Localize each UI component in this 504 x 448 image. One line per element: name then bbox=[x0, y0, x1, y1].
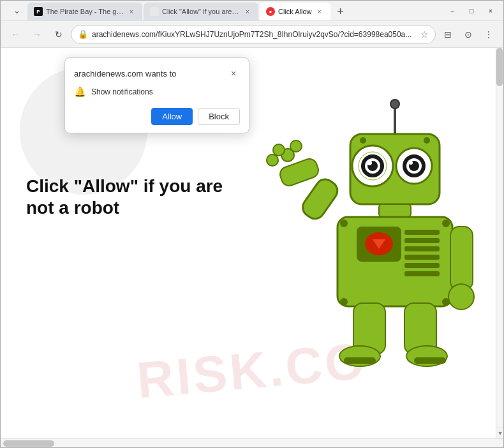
tab-piratebay-close[interactable]: × bbox=[127, 7, 136, 16]
tab-clickallow-close[interactable]: × bbox=[315, 7, 324, 16]
back-button[interactable]: ← bbox=[6, 25, 25, 44]
notification-popup: arachidenews.com wants to × 🔔 Show notif… bbox=[64, 57, 249, 133]
back-icon: ← bbox=[11, 29, 20, 40]
h-scrollbar-thumb[interactable] bbox=[3, 440, 54, 447]
svg-point-44 bbox=[442, 298, 450, 306]
lock-icon: 🔒 bbox=[78, 29, 88, 39]
forward-icon: → bbox=[33, 29, 41, 40]
svg-rect-26 bbox=[404, 271, 440, 276]
svg-rect-33 bbox=[450, 227, 473, 290]
svg-rect-40 bbox=[414, 357, 446, 364]
popup-header: arachidenews.com wants to × bbox=[74, 67, 240, 80]
chevron-down-icon: ▼ bbox=[498, 430, 503, 437]
tab-strip-extra: ⌄ bbox=[6, 3, 27, 19]
titlebar: ⌄ P The Pirate Bay - The gala... × Click… bbox=[1, 1, 503, 21]
tab-clickallow-label: Click Allow bbox=[278, 8, 312, 15]
svg-point-41 bbox=[340, 220, 348, 227]
forward-button[interactable]: → bbox=[27, 25, 47, 44]
page-content: arachidenews.com wants to × 🔔 Show notif… bbox=[1, 48, 503, 438]
svg-point-34 bbox=[448, 284, 474, 310]
window-controls: − □ × bbox=[443, 4, 503, 18]
scroll-down-button[interactable]: ▼ bbox=[496, 428, 503, 438]
profile-icon: ⊙ bbox=[464, 29, 472, 40]
tab-piratebay[interactable]: P The Pirate Bay - The gala... × bbox=[27, 3, 142, 20]
refresh-icon: ↻ bbox=[55, 29, 63, 40]
menu-button[interactable]: ⋮ bbox=[479, 25, 498, 44]
piratebay-favicon: P bbox=[34, 7, 43, 16]
block-button[interactable]: Block bbox=[198, 108, 240, 125]
scrollbar-track: ▼ bbox=[496, 48, 503, 438]
svg-rect-16 bbox=[379, 204, 411, 217]
tab-arachidenews[interactable]: Click "Allow" if you are no... × bbox=[144, 3, 258, 20]
profile-button[interactable]: ⊙ bbox=[459, 25, 478, 44]
nav-actions: ⊟ ⊙ ⋮ bbox=[438, 25, 498, 44]
svg-point-13 bbox=[409, 161, 413, 165]
svg-point-30 bbox=[273, 144, 285, 156]
popup-close-button[interactable]: × bbox=[227, 67, 240, 80]
cast-button[interactable]: ⊟ bbox=[438, 25, 457, 44]
tab-arachidenews-label: Click "Allow" if you are no... bbox=[162, 8, 240, 15]
svg-rect-37 bbox=[344, 357, 376, 364]
popup-title: arachidenews.com wants to bbox=[74, 69, 176, 78]
navbar: ← → ↻ 🔒 arachidenews.com/fKiuxYRLwSHJ7Uz… bbox=[1, 21, 503, 48]
tabs-area: P The Pirate Bay - The gala... × Click "… bbox=[27, 1, 443, 20]
svg-point-43 bbox=[340, 298, 348, 306]
arachidenews-favicon bbox=[150, 7, 159, 16]
clickallow-favicon: ● bbox=[266, 7, 275, 16]
svg-point-15 bbox=[424, 137, 430, 144]
svg-point-14 bbox=[360, 137, 366, 144]
address-bar[interactable]: 🔒 arachidenews.com/fKiuxYRLwSHJ7UznUjoPm… bbox=[71, 25, 436, 44]
scrollbar-thumb[interactable] bbox=[496, 48, 503, 86]
svg-rect-21 bbox=[404, 230, 440, 235]
bookmark-icon[interactable]: ☆ bbox=[420, 29, 429, 40]
robot-illustration bbox=[261, 99, 484, 386]
new-tab-button[interactable]: + bbox=[332, 3, 350, 20]
bell-icon: 🔔 bbox=[74, 86, 86, 98]
browser-window: ⌄ P The Pirate Bay - The gala... × Click… bbox=[0, 0, 504, 448]
popup-buttons: Allow Block bbox=[74, 108, 240, 125]
svg-point-8 bbox=[367, 160, 372, 165]
svg-rect-28 bbox=[278, 157, 321, 188]
minimize-button[interactable]: − bbox=[443, 4, 461, 18]
svg-point-32 bbox=[290, 140, 302, 152]
maximize-button[interactable]: □ bbox=[463, 4, 480, 18]
refresh-button[interactable]: ↻ bbox=[49, 25, 68, 44]
svg-rect-24 bbox=[404, 255, 440, 260]
svg-rect-22 bbox=[404, 238, 440, 243]
tab-list-button[interactable]: ⌄ bbox=[8, 3, 25, 19]
svg-point-31 bbox=[267, 154, 278, 166]
tab-clickallow[interactable]: ● Click Allow × bbox=[260, 3, 330, 20]
svg-rect-27 bbox=[299, 175, 341, 222]
tab-arachidenews-close[interactable]: × bbox=[243, 7, 252, 16]
popup-notification-row: 🔔 Show notifications bbox=[74, 86, 240, 98]
address-text: arachidenews.com/fKiuxYRLwSHJ7UznUjoPm7T… bbox=[92, 30, 417, 39]
main-headline: Click "Allow" if you are not a robot bbox=[26, 175, 230, 218]
allow-button[interactable]: Allow bbox=[151, 108, 193, 125]
cast-icon: ⊟ bbox=[444, 29, 452, 40]
popup-notification-text: Show notifications bbox=[91, 87, 153, 96]
close-button[interactable]: × bbox=[482, 4, 500, 18]
menu-icon: ⋮ bbox=[484, 29, 493, 40]
svg-point-1 bbox=[390, 100, 399, 108]
svg-point-42 bbox=[442, 220, 450, 227]
horizontal-scrollbar bbox=[1, 438, 503, 447]
svg-rect-25 bbox=[404, 263, 440, 268]
svg-rect-23 bbox=[404, 246, 440, 251]
tab-piratebay-label: The Pirate Bay - The gala... bbox=[46, 8, 124, 15]
